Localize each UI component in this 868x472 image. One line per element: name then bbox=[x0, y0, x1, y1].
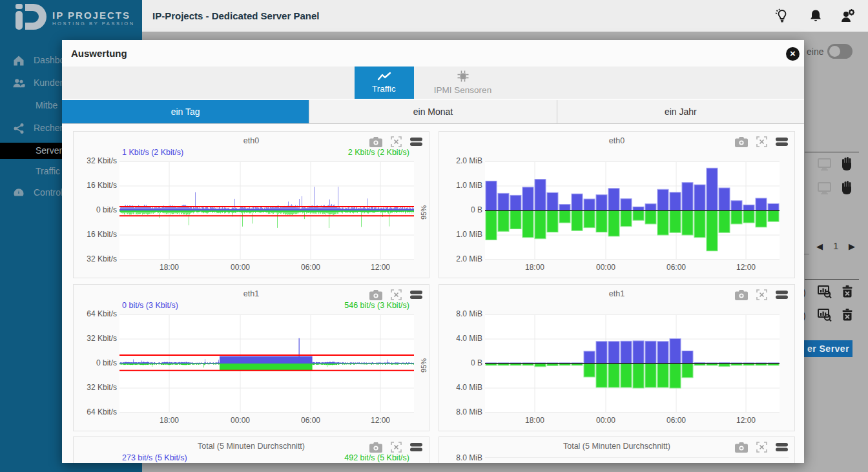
x-tick-label: 06:00 bbox=[294, 263, 327, 272]
series-label-out: 2 Kbit/s (2 Kbit/s) bbox=[348, 148, 409, 157]
subtab-ein-tag[interactable]: ein Tag bbox=[62, 100, 309, 123]
y-tick-label: 1.0 MiB bbox=[441, 230, 482, 239]
y-tick-label: 4.0 MiB bbox=[441, 383, 482, 392]
period-subtabs: ein Tag ein Monat ein Jahr bbox=[62, 100, 804, 124]
monitor-icon[interactable] bbox=[818, 158, 831, 173]
auswertung-modal: Auswertung × Traffic IPMI Sensoren ein T… bbox=[62, 40, 804, 463]
plot-area[interactable] bbox=[119, 314, 414, 413]
fullscreen-icon[interactable] bbox=[756, 442, 767, 453]
plot-area[interactable] bbox=[485, 161, 780, 260]
users-icon bbox=[12, 77, 26, 92]
trash-icon[interactable] bbox=[842, 309, 852, 323]
series-label-out: 492 bit/s (5 Kbit/s) bbox=[344, 453, 409, 462]
chart-panel-eth0-day-bars: eth02.0 MiB1.0 MiB0 B1.0 MiB2.0 MiB18:00… bbox=[439, 131, 795, 278]
trash-icon[interactable] bbox=[842, 285, 852, 300]
pagination-prev[interactable]: ◀ bbox=[816, 241, 823, 251]
camera-icon[interactable] bbox=[735, 290, 748, 300]
app-title: IP-Projects - Dedicated Server Panel bbox=[152, 0, 319, 32]
fullscreen-icon[interactable] bbox=[391, 442, 402, 453]
fullscreen-icon[interactable] bbox=[391, 289, 402, 300]
divider bbox=[804, 254, 809, 254]
background-toggle[interactable] bbox=[827, 44, 852, 59]
panel-toolbar bbox=[735, 136, 788, 147]
series-label-in: 273 bit/s (5 Kbit/s) bbox=[122, 453, 187, 462]
pagination-next[interactable]: ▶ bbox=[849, 241, 855, 251]
x-tick-label: 18:00 bbox=[152, 416, 186, 425]
chart-search-icon[interactable] bbox=[818, 309, 832, 324]
tab-ipmi-sensoren[interactable]: IPMI Sensoren bbox=[414, 67, 512, 99]
notifications-icon[interactable] bbox=[808, 8, 825, 24]
idea-icon[interactable] bbox=[774, 8, 791, 24]
subtab-ein-monat[interactable]: ein Monat bbox=[309, 100, 557, 123]
subtab-ein-jahr[interactable]: ein Jahr bbox=[557, 100, 804, 123]
server-action-button[interactable]: er Server bbox=[804, 340, 852, 357]
menu-icon[interactable] bbox=[776, 137, 788, 147]
x-tick-label: 18:00 bbox=[518, 263, 552, 272]
fullscreen-icon[interactable] bbox=[391, 136, 402, 147]
sidebar-item-label: Server bbox=[36, 145, 62, 156]
y-tick-label: 1.0 MiB bbox=[441, 181, 482, 190]
camera-icon[interactable] bbox=[369, 442, 382, 453]
line-chart-icon bbox=[377, 72, 391, 83]
logo-line1: IP PROJECTS bbox=[52, 10, 135, 21]
chart-search-icon[interactable] bbox=[818, 285, 832, 301]
camera-icon[interactable] bbox=[369, 290, 382, 300]
toggle-knob bbox=[829, 46, 840, 57]
y-tick-label: 8.0 MiB bbox=[441, 407, 482, 416]
sidebar-item-label: Traffic bbox=[36, 166, 60, 176]
y-tick-label: 16 Kbit/s bbox=[76, 230, 117, 239]
x-tick-label: 12:00 bbox=[364, 416, 397, 425]
plot-area[interactable] bbox=[119, 161, 414, 260]
menu-icon[interactable] bbox=[776, 442, 788, 452]
x-tick-label: 00:00 bbox=[223, 263, 257, 272]
tab-traffic[interactable]: Traffic bbox=[355, 67, 414, 99]
panel-toolbar bbox=[735, 442, 788, 453]
home-icon bbox=[12, 54, 25, 69]
camera-icon[interactable] bbox=[735, 442, 748, 453]
sidebar-item-label: Control bbox=[34, 187, 63, 198]
menu-icon[interactable] bbox=[776, 290, 788, 300]
logo-text: IP PROJECTS HOSTING BY PASSION bbox=[52, 10, 135, 26]
x-tick-label: 06:00 bbox=[659, 263, 693, 272]
series-label-in: 0 bit/s (3 Kbit/s) bbox=[122, 301, 178, 310]
hand-icon[interactable] bbox=[842, 157, 852, 173]
background-toggle-label: eine bbox=[807, 46, 823, 57]
y-tick-label: 64 Kbit/s bbox=[76, 309, 117, 318]
sidebar-item-label: Dashbo bbox=[34, 55, 65, 65]
x-tick-label: 18:00 bbox=[518, 416, 552, 425]
fullscreen-icon[interactable] bbox=[756, 136, 767, 147]
monitor-icon[interactable] bbox=[818, 182, 831, 197]
menu-icon[interactable] bbox=[410, 137, 422, 147]
fullscreen-icon[interactable] bbox=[756, 289, 767, 300]
x-tick-label: 12:00 bbox=[729, 416, 763, 425]
brand-logo[interactable]: IP PROJECTS HOSTING BY PASSION bbox=[0, 0, 142, 36]
plot-area[interactable] bbox=[485, 314, 780, 413]
x-tick-label: 00:00 bbox=[223, 416, 257, 425]
gridline bbox=[485, 457, 789, 458]
x-tick-label: 06:00 bbox=[294, 416, 327, 425]
chart-panel-total-day-bars: Total (5 Minuten Durchschnitt)8.0 MiB bbox=[439, 436, 795, 463]
x-tick-label: 00:00 bbox=[589, 263, 623, 272]
y-tick-label: 0 B bbox=[441, 205, 482, 214]
tab-label: Traffic bbox=[372, 84, 396, 94]
camera-icon[interactable] bbox=[735, 137, 748, 147]
camera-icon[interactable] bbox=[369, 137, 382, 147]
close-icon[interactable]: × bbox=[786, 47, 800, 61]
percentile-95-label: 95% bbox=[420, 200, 428, 220]
y-tick-label: 32 Kbit/s bbox=[76, 334, 117, 343]
y-tick-label: 32 Kbit/s bbox=[76, 383, 117, 392]
y-tick-label: 2.0 MiB bbox=[441, 156, 482, 165]
logo-mark bbox=[16, 4, 46, 32]
y-tick-label: 4.0 MiB bbox=[441, 334, 482, 343]
y-tick-label: 16 Kbit/s bbox=[76, 181, 117, 190]
series-label-in: 1 Kbit/s (2 Kbit/s) bbox=[122, 148, 183, 157]
chart-panel-eth1-day-bars: eth18.0 MiB4.0 MiB0 B4.0 MiB8.0 MiB18:00… bbox=[439, 284, 795, 431]
logo-line2: HOSTING BY PASSION bbox=[52, 21, 135, 26]
menu-icon[interactable] bbox=[410, 442, 422, 452]
menu-icon[interactable] bbox=[410, 290, 422, 300]
hand-icon[interactable] bbox=[842, 181, 852, 197]
panel-toolbar bbox=[735, 289, 788, 300]
user-settings-icon[interactable] bbox=[840, 8, 856, 24]
tab-strip: Traffic IPMI Sensoren bbox=[62, 67, 804, 99]
sidebar-item-label: Kunden bbox=[34, 77, 65, 88]
